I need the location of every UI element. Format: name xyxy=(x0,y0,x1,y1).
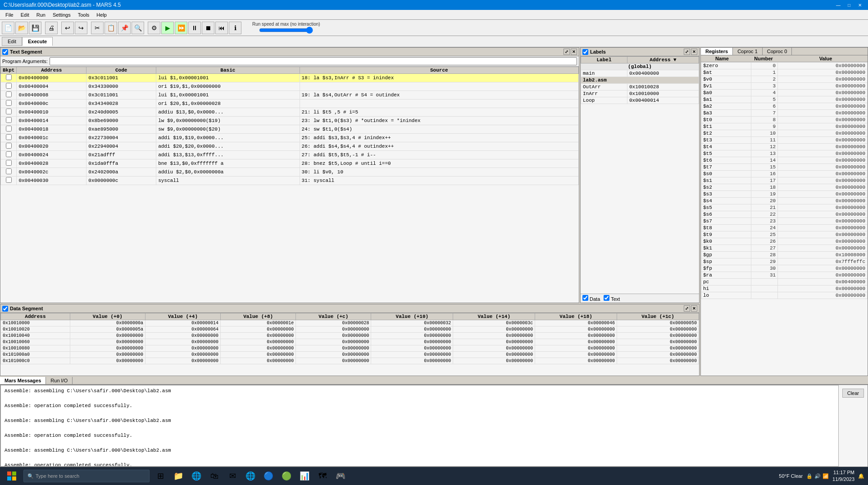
ds-v4[interactable]: 0x00000000 xyxy=(145,345,220,352)
file-explorer-icon[interactable]: 📁 xyxy=(171,469,186,483)
tab-mars-messages[interactable]: Mars Messages xyxy=(0,377,46,384)
redo-button[interactable]: ↪ xyxy=(75,22,87,34)
maps-icon[interactable]: 🗺 xyxy=(315,469,330,483)
data-checkbox[interactable] xyxy=(582,295,588,301)
tab-coproc1[interactable]: Coproc 1 xyxy=(733,48,763,55)
bkpt-cell[interactable] xyxy=(1,125,17,134)
ds-v8[interactable]: 0x0000001e xyxy=(221,320,296,326)
reg-value-cell[interactable]: 0x00000000 xyxy=(778,177,868,184)
task-view-button[interactable]: ⊞ xyxy=(153,469,168,483)
ds-v14[interactable]: 0x0000003c xyxy=(453,320,535,326)
undo-button[interactable]: ↩ xyxy=(61,22,74,34)
tab-coproc0[interactable]: Coproc 0 xyxy=(763,48,792,55)
reg-value-cell[interactable]: 0x00000000 xyxy=(778,157,868,164)
ds-v18[interactable]: 0x00000046 xyxy=(535,320,617,326)
assemble-button[interactable]: ⚙ xyxy=(148,22,160,34)
bkpt-cell[interactable] xyxy=(1,159,17,168)
reg-value-cell[interactable]: 0x00000000 xyxy=(778,69,868,76)
ds-vc[interactable]: 0x00000000 xyxy=(296,352,371,358)
ds-v10[interactable]: 0x00000000 xyxy=(371,339,453,345)
reg-value-cell[interactable]: 0x00000000 xyxy=(778,130,868,137)
ds-vc[interactable]: 0x00000000 xyxy=(296,358,371,364)
ds-v18[interactable]: 0x00000000 xyxy=(535,339,617,345)
reg-value-cell[interactable]: 0x00000000 xyxy=(778,198,868,204)
reg-value-cell[interactable]: 0x00000000 xyxy=(778,191,868,198)
ds-v10[interactable]: 0x00000000 xyxy=(371,326,453,333)
chrome-icon[interactable]: 🔵 xyxy=(261,469,276,483)
tab-registers[interactable]: Registers xyxy=(701,48,733,55)
text-segment-expand[interactable]: ⤢ xyxy=(564,49,570,55)
bkpt-cell[interactable] xyxy=(1,177,17,185)
search-bar[interactable]: 🔍 Type here to search xyxy=(23,470,150,482)
reg-value-cell[interactable]: 0x00000000 xyxy=(778,292,868,299)
reg-value-cell[interactable]: 0x00000000 xyxy=(778,123,868,130)
reg-value-cell[interactable]: 0x00000000 xyxy=(778,90,868,96)
ds-v18[interactable]: 0x00000000 xyxy=(535,352,617,358)
bkpt-cell[interactable] xyxy=(1,142,17,151)
ds-v1c[interactable]: 0x00000000 xyxy=(617,352,699,358)
ds-v8[interactable]: 0x00000000 xyxy=(221,358,296,364)
print-button[interactable]: 🖨 xyxy=(45,22,58,34)
labels-expand[interactable]: ⤢ xyxy=(684,49,690,55)
reg-value-cell[interactable]: 0x00000000 xyxy=(778,286,868,292)
labels-checkbox[interactable] xyxy=(582,49,588,55)
minimize-button[interactable]: — xyxy=(834,0,843,9)
reg-value-cell[interactable]: 0x10008000 xyxy=(778,252,868,258)
reg-value-cell[interactable]: 0x00000000 xyxy=(778,231,868,238)
bkpt-cell[interactable] xyxy=(1,117,17,125)
text-checkbox[interactable] xyxy=(604,295,609,301)
reg-value-cell[interactable]: 0x00000000 xyxy=(778,225,868,231)
clear-button[interactable]: Clear xyxy=(842,389,864,398)
menu-edit[interactable]: Edit xyxy=(17,11,33,18)
reg-value-cell[interactable]: 0x00000000 xyxy=(778,272,868,279)
reg-value-cell[interactable]: 0x00000000 xyxy=(778,117,868,123)
text-segment-checkbox[interactable] xyxy=(2,49,8,55)
ds-v1c[interactable]: 0x00000000 xyxy=(617,339,699,345)
menu-tools[interactable]: Tools xyxy=(74,11,93,18)
new-button[interactable]: 📄 xyxy=(2,22,14,34)
data-segment-checkbox[interactable] xyxy=(2,306,8,312)
ds-v14[interactable]: 0x00000000 xyxy=(453,339,535,345)
reg-value-cell[interactable]: 0x00000000 xyxy=(778,245,868,252)
ds-v1c[interactable]: 0x00000000 xyxy=(617,358,699,364)
text-segment-close[interactable]: ✕ xyxy=(571,49,577,55)
bkpt-cell[interactable] xyxy=(1,82,17,91)
ds-v14[interactable]: 0x00000000 xyxy=(453,333,535,339)
stop-button[interactable]: ⏹ xyxy=(202,22,214,34)
run-button[interactable]: ▶ xyxy=(161,22,174,34)
bkpt-cell[interactable] xyxy=(1,151,17,159)
ds-v1c[interactable]: 0x00000000 xyxy=(617,326,699,333)
labels-close[interactable]: ✕ xyxy=(691,49,697,55)
reg-value-cell[interactable]: 0x00000000 xyxy=(778,204,868,211)
app-icon2[interactable]: 📊 xyxy=(297,469,312,483)
ds-v10[interactable]: 0x00000000 xyxy=(371,358,453,364)
reg-value-cell[interactable]: 0x00000000 xyxy=(778,137,868,144)
ds-v4[interactable]: 0x00000000 xyxy=(145,333,220,339)
reg-value-cell[interactable]: 0x00000000 xyxy=(778,96,868,103)
edge-icon[interactable]: 🌐 xyxy=(189,469,204,483)
ds-v10[interactable]: 0x00000000 xyxy=(371,333,453,339)
menu-help[interactable]: Help xyxy=(93,11,110,18)
data-segment-close[interactable]: ✕ xyxy=(691,305,697,312)
ds-v18[interactable]: 0x00000000 xyxy=(535,358,617,364)
ds-v8[interactable]: 0x00000000 xyxy=(221,333,296,339)
ds-v14[interactable]: 0x00000000 xyxy=(453,345,535,352)
cut-button[interactable]: ✂ xyxy=(91,22,104,34)
app-icon1[interactable]: 🟢 xyxy=(279,469,294,483)
ds-v0[interactable]: 0x00000000 xyxy=(70,352,145,358)
menu-settings[interactable]: Settings xyxy=(49,11,74,18)
ds-v10[interactable]: 0x00000000 xyxy=(371,352,453,358)
ds-v0[interactable]: 0x0000005a xyxy=(70,326,145,333)
step-button[interactable]: ℹ xyxy=(229,22,241,34)
reg-value-cell[interactable]: 0x00400000 xyxy=(778,279,868,286)
bkpt-cell[interactable] xyxy=(1,108,17,117)
ds-v4[interactable]: 0x00000000 xyxy=(145,358,220,364)
ds-v18[interactable]: 0x00000000 xyxy=(535,345,617,352)
menu-file[interactable]: File xyxy=(2,11,17,18)
ds-v1c[interactable]: 0x00000000 xyxy=(617,345,699,352)
tab-edit[interactable]: Edit xyxy=(2,37,22,46)
reg-value-cell[interactable]: 0x00000000 xyxy=(778,211,868,218)
ds-v8[interactable]: 0x00000000 xyxy=(221,339,296,345)
reg-value-cell[interactable]: 0x00000000 xyxy=(778,110,868,117)
reg-value-cell[interactable]: 0x00000000 xyxy=(778,184,868,191)
